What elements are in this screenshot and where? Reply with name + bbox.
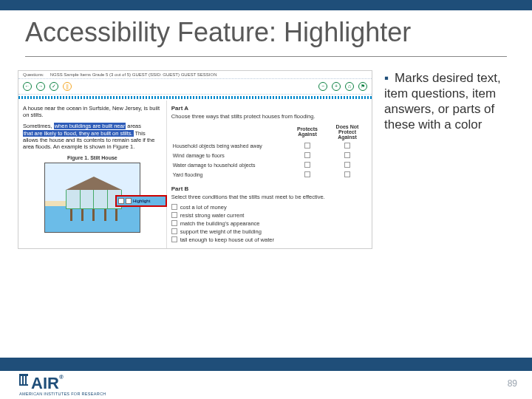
part-a-question: Choose three ways that stilts protect ho… — [171, 113, 367, 120]
table-row: Yard flooding — [171, 170, 287, 180]
checkbox[interactable] — [304, 152, 310, 158]
slide-top-bar — [0, 0, 532, 10]
logo-text: AIR — [31, 374, 59, 393]
list-item: match the building's appearance — [180, 220, 260, 227]
screenshot-header: Questions: NGSS Sample Items Grade 5 (3 … — [18, 71, 372, 79]
table-row: Water damage to household objects — [171, 160, 287, 170]
house-walls — [66, 190, 122, 209]
tool-icon[interactable]: ⌂ — [345, 82, 354, 91]
slide-title: Accessibility Feature: Highlighter — [25, 18, 507, 47]
checkbox[interactable] — [171, 236, 177, 242]
part-b-question: Select three conditions that the stilts … — [171, 194, 367, 200]
flag-icon[interactable]: ⚑ — [358, 82, 367, 91]
checkbox[interactable] — [304, 143, 310, 149]
passage-p1: A house near the ocean in Surfside, New … — [23, 105, 162, 119]
checkbox[interactable] — [344, 143, 350, 149]
list-item: tall enough to keep house out of water — [180, 236, 274, 243]
air-logo: AIR® AMERICAN INSTITUTES FOR RESEARCH — [19, 374, 106, 396]
checkbox[interactable] — [344, 171, 350, 177]
logo-subtitle: AMERICAN INSTITUTES FOR RESEARCH — [19, 392, 106, 396]
checkbox[interactable] — [304, 162, 310, 168]
question-pane: Part A Choose three ways that stilts pro… — [167, 100, 372, 248]
highlighted-text[interactable]: when buildings are built near — [54, 123, 126, 129]
part-b-label: Part B — [171, 185, 367, 192]
checkbox[interactable] — [171, 204, 177, 210]
checkbox[interactable] — [344, 162, 350, 168]
pause-icon[interactable]: || — [63, 82, 72, 91]
logo-reg: ® — [59, 374, 64, 381]
checkbox[interactable] — [171, 220, 177, 226]
figure-caption: Figure 1. Stilt House — [23, 155, 162, 160]
checkbox[interactable] — [171, 212, 177, 218]
slide-bullets: ▪Marks desired text, item questions, ite… — [384, 70, 514, 249]
passage-text: areas — [127, 123, 141, 129]
passage-pane: A house near the ocean in Surfside, New … — [18, 100, 167, 248]
logo-pillar-icon — [19, 374, 28, 386]
app-screenshot: Questions: NGSS Sample Items Grade 5 (3 … — [18, 70, 372, 249]
list-item: cost a lot of money — [180, 204, 227, 211]
divider-dots — [18, 96, 372, 99]
checkbox[interactable] — [171, 228, 177, 234]
list-item: support the weight of the building — [180, 228, 262, 235]
checkbox[interactable] — [304, 171, 310, 177]
col-protects: Protects Against — [287, 123, 327, 141]
highlight-color-swatch[interactable] — [118, 198, 124, 204]
back-icon[interactable]: ← — [23, 82, 32, 91]
forward-icon[interactable]: → — [36, 82, 45, 91]
list-item: resist strong water current — [180, 212, 245, 219]
col-not-protects: Does Not Protect Against — [327, 123, 367, 141]
highlight-color-swatch[interactable] — [126, 198, 132, 204]
highlighter-context-menu[interactable]: Highlight — [115, 195, 167, 207]
passage-text: Sometimes, — [23, 123, 52, 129]
zoom-out-icon[interactable]: − — [318, 82, 327, 91]
table-row: Household objects being washed away — [171, 141, 287, 151]
bullet-icon: ▪ — [384, 71, 389, 85]
context-menu-label: Highlight — [133, 199, 150, 203]
screenshot-toolbar: ← → ✓ || − + ⌂ ⚑ — [18, 79, 372, 95]
house-stilts — [66, 209, 122, 221]
bullet-text: Marks desired text, item questions, item… — [384, 71, 501, 132]
page-number: 89 — [508, 378, 517, 389]
breadcrumb: NGSS Sample Items Grade 5 (3 out of 5) G… — [50, 72, 217, 77]
slide-bottom-bar — [0, 358, 532, 371]
table-row: Wind damage to floors — [171, 151, 287, 160]
zoom-in-icon[interactable]: + — [332, 82, 341, 91]
part-a-label: Part A — [171, 105, 367, 112]
checkbox[interactable] — [344, 152, 350, 158]
save-icon[interactable]: ✓ — [50, 82, 58, 91]
quiz-label: Questions: — [23, 72, 44, 77]
passage-p2: Sometimes, when buildings are built near… — [23, 123, 162, 151]
highlighted-text[interactable]: that are likely to flood, they are built… — [23, 130, 134, 137]
part-a-table: Protects Against Does Not Protect Agains… — [171, 123, 367, 180]
house-roof — [66, 177, 122, 190]
